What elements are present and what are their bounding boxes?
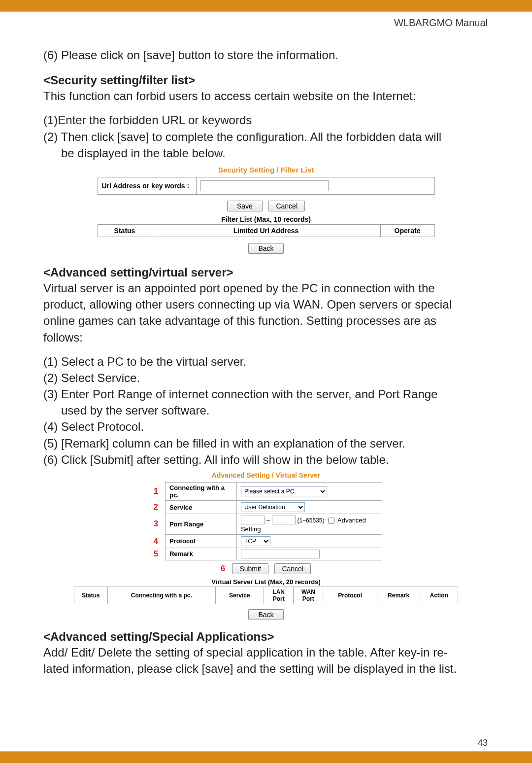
filter-save-button[interactable]: Save bbox=[227, 201, 263, 211]
vserver-s3b: used by the server software. bbox=[61, 403, 489, 418]
vserver-s3a: (3) Enter Port Range of internet connect… bbox=[43, 386, 489, 402]
vs-label-protocol: Protocol bbox=[165, 534, 236, 548]
filter-list-title: Filter List (Max, 10 records) bbox=[98, 215, 435, 223]
filter-desc: This function can forbid users to access… bbox=[43, 88, 489, 104]
vs-back-button[interactable]: Back bbox=[248, 609, 284, 620]
vs-remark-input[interactable] bbox=[241, 550, 320, 558]
vserver-s2: (2) Select Service. bbox=[43, 370, 489, 385]
vs-col-protocol: Protocol bbox=[323, 587, 377, 604]
vs-col-service: Service bbox=[215, 587, 264, 604]
vs-port-sep: ~ bbox=[266, 517, 270, 524]
vs-col-status: Status bbox=[74, 587, 108, 604]
vs-num-6: 6 bbox=[219, 564, 228, 573]
vs-num-5: 5 bbox=[154, 550, 161, 558]
vserver-shot-title: Advanced Setting / Virtual Server bbox=[74, 471, 458, 479]
manual-title: WLBARGMO Manual bbox=[394, 17, 488, 29]
filter-col-limited: Limited Url Address bbox=[152, 224, 380, 237]
vs-list-title: Virtual Server List (Max, 20 records) bbox=[74, 578, 458, 586]
vs-col-action: Action bbox=[420, 587, 458, 604]
vs-label-service: Service bbox=[165, 501, 236, 514]
vserver-s5: (5) [Remark] column can be filled in wit… bbox=[43, 436, 489, 451]
vs-num-1: 1 bbox=[154, 487, 161, 495]
vs-label-connecting: Connecting with a pc. bbox=[165, 483, 236, 501]
vs-pc-select[interactable]: Please select a PC. bbox=[241, 486, 327, 496]
vs-col-remark: Remark bbox=[377, 587, 420, 604]
vs-cancel-button[interactable]: Cancel bbox=[274, 563, 311, 574]
vserver-desc3: online games can take advantage of this … bbox=[43, 313, 489, 328]
top-border-band bbox=[0, 0, 532, 12]
filter-step2b: be displayed in the table below. bbox=[61, 145, 489, 161]
vs-col-lanport: LAN Port bbox=[264, 587, 294, 604]
vs-protocol-select[interactable]: TCP bbox=[241, 536, 270, 546]
special-l1: Add/ Edit/ Delete the setting of special… bbox=[43, 645, 489, 660]
vs-num-2: 2 bbox=[154, 503, 161, 511]
filter-col-status: Status bbox=[98, 224, 152, 237]
filter-step2a: (2) Then click [save] to complete the co… bbox=[43, 129, 489, 144]
page-number: 43 bbox=[478, 738, 488, 748]
intro-step6: (6) Please click on [save] button to sto… bbox=[43, 47, 489, 63]
vserver-heading: <Advanced setting/virtual server> bbox=[43, 266, 489, 279]
filter-heading: <Security setting/filter list> bbox=[43, 73, 489, 87]
vs-label-remark: Remark bbox=[165, 548, 236, 560]
vs-port-from-input[interactable] bbox=[241, 516, 265, 524]
vs-num-3: 3 bbox=[154, 520, 161, 528]
bottom-border-band bbox=[0, 751, 532, 763]
vserver-s4: (4) Select Protocol. bbox=[43, 419, 489, 434]
vserver-screenshot: Advanced Setting / Virtual Server 1 Conn… bbox=[74, 471, 458, 620]
special-l2: lated information, please click [save] a… bbox=[43, 661, 489, 676]
vserver-desc2: product, allowing other users connecting… bbox=[43, 297, 489, 312]
vs-adv-checkbox[interactable] bbox=[328, 518, 334, 524]
filter-cancel-button[interactable]: Cancel bbox=[268, 201, 305, 211]
vs-label-portrange: Port Range bbox=[165, 514, 236, 535]
vserver-form-table: 1 Connecting with a pc. Please select a … bbox=[150, 482, 382, 560]
vs-service-select[interactable]: User Defination bbox=[241, 502, 305, 512]
filter-url-label: Url Address or key words : bbox=[98, 177, 196, 194]
vs-col-connecting: Connecting with a pc. bbox=[107, 587, 215, 604]
vs-submit-button[interactable]: Submit bbox=[232, 563, 268, 574]
vserver-desc4: follows: bbox=[43, 330, 489, 345]
vserver-s6: (6) Click [Submit] after setting. All in… bbox=[43, 452, 489, 467]
filter-url-table: Url Address or key words : bbox=[98, 177, 435, 195]
filter-list-table: Status Limited Url Address Operate bbox=[98, 224, 435, 237]
vs-list-table: Status Connecting with a pc. Service LAN… bbox=[74, 587, 458, 604]
vs-num-4: 4 bbox=[154, 537, 161, 545]
vserver-s1: (1) Select a PC to be the virtual server… bbox=[43, 354, 489, 369]
vserver-desc1: Virtual server is an appointed port open… bbox=[43, 280, 489, 296]
filter-step1: (1)Enter the forbidden URL or keywords bbox=[43, 112, 489, 128]
filter-screenshot: Security Setting / Filter List Url Addre… bbox=[98, 166, 435, 254]
vs-port-hint: (1~65535) bbox=[297, 517, 324, 524]
filter-col-operate: Operate bbox=[380, 224, 434, 237]
special-heading: <Advanced setting/Special Applications> bbox=[43, 630, 489, 644]
vs-port-to-input[interactable] bbox=[272, 516, 296, 524]
vs-col-wanport: WAN Port bbox=[294, 587, 323, 604]
filter-url-input[interactable] bbox=[200, 180, 329, 191]
filter-shot-title: Security Setting / Filter List bbox=[98, 166, 435, 174]
filter-back-button[interactable]: Back bbox=[248, 243, 284, 254]
